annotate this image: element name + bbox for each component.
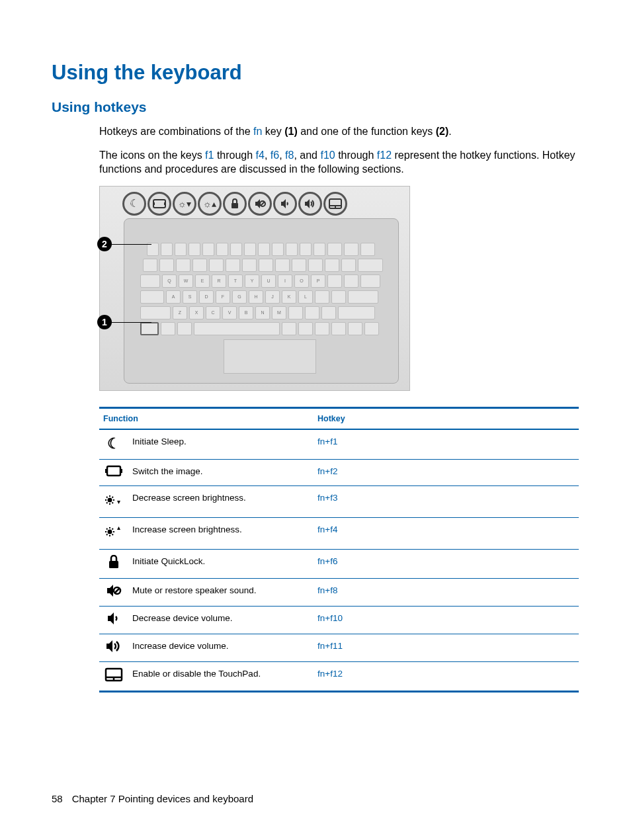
brightness-down-icon: ☼▾ (173, 192, 196, 216)
function-cell: Enable or disable the TouchPad. (128, 661, 314, 691)
bright-up-icon (99, 517, 128, 549)
svg-line-18 (112, 497, 114, 498)
hotkey-cell: fn+f10 (314, 606, 579, 634)
text: and one of the function keys (298, 126, 436, 137)
table-row: Switch the image.fn+f2 (99, 459, 579, 485)
function-cell: Increase device volume. (128, 634, 314, 661)
mute-icon (248, 192, 272, 216)
svg-rect-3 (231, 203, 238, 208)
function-cell: Switch the image. (128, 459, 314, 485)
callout-marker-2: 2 (97, 237, 112, 251)
brightness-up-icon: ☼▴ (198, 192, 222, 216)
chapter-title: Chapter 7 Pointing devices and keyboard (72, 793, 253, 804)
table-row: Enable or disable the TouchPad.fn+f12 (99, 661, 579, 691)
f6-key-text: f6 (271, 149, 279, 161)
touchpad-icon (323, 192, 347, 216)
callout-ref-1: (1) (284, 126, 298, 137)
touchpad-icon (99, 661, 128, 691)
svg-point-21 (108, 529, 112, 534)
page-title: Using the keyboard (52, 61, 579, 85)
callout-line (112, 322, 151, 323)
svg-rect-11 (120, 469, 122, 473)
bright-down-icon (99, 485, 128, 517)
text: through (214, 149, 255, 161)
table-row: Initiate QuickLock.fn+f6 (99, 549, 579, 578)
function-cell: Increase screen brightness. (128, 517, 314, 549)
table-row: Increase screen brightness.fn+f4 (99, 517, 579, 549)
sleep-icon: ☾ (99, 429, 128, 460)
text: , (279, 149, 285, 161)
sleep-icon: ☾ (122, 192, 146, 216)
text: . (448, 126, 451, 137)
section-heading: Using hotkeys (52, 99, 579, 115)
table-header-row: Function Hotkey (99, 407, 579, 429)
function-cell: Decrease device volume. (128, 606, 314, 634)
text: Hotkeys are combinations of the (99, 126, 253, 137)
callout-marker-1: 1 (97, 315, 112, 329)
table-row: Mute or restore speaker sound.fn+f8 (99, 578, 579, 606)
switch-icon (99, 459, 128, 485)
callout-ref-2: (2) (436, 126, 449, 137)
laptop-illustration: QWERTYUIOP ASDFGHJKL ZXCVBNM (124, 218, 399, 384)
f10-key-text: f10 (320, 149, 335, 161)
text: key (262, 126, 284, 137)
text: , and (294, 149, 320, 161)
mute-icon (99, 578, 128, 606)
svg-line-28 (106, 534, 108, 535)
svg-line-20 (112, 502, 114, 503)
vol-down-icon (99, 606, 128, 634)
function-key-icons-row: ☾ ☼▾ ☼▴ (122, 192, 347, 216)
function-cell: Mute or restore speaker sound. (128, 578, 314, 606)
svg-rect-0 (153, 200, 165, 208)
hotkey-cell: fn+f2 (314, 459, 579, 485)
page-number: 58 (52, 793, 63, 804)
page-footer: 58Chapter 7 Pointing devices and keyboar… (52, 793, 253, 804)
f8-key-text: f8 (285, 149, 294, 161)
keyboard-figure: ☾ ☼▾ ☼▴ QWERTYUIOP ASDFGHJKL (99, 186, 410, 391)
svg-rect-1 (153, 202, 155, 205)
svg-rect-2 (164, 202, 166, 205)
f12-key-text: f12 (377, 149, 392, 161)
volume-up-icon (298, 192, 322, 216)
function-cell: Decrease screen brightness. (128, 485, 314, 517)
volume-down-icon (273, 192, 297, 216)
switch-image-icon (147, 192, 171, 216)
svg-rect-10 (105, 469, 108, 473)
svg-line-26 (106, 528, 108, 530)
hotkey-cell: fn+f12 (314, 661, 579, 691)
lock-icon (223, 192, 247, 216)
svg-line-17 (106, 497, 108, 498)
th-hotkey: Hotkey (314, 407, 579, 429)
callout-line (112, 244, 151, 245)
svg-line-27 (112, 528, 114, 530)
f1-key-text: f1 (205, 149, 214, 161)
svg-rect-9 (107, 466, 120, 476)
function-cell: Initiate Sleep. (128, 429, 314, 460)
svg-line-5 (261, 202, 265, 206)
trackpad-illustration (224, 339, 316, 374)
svg-point-12 (108, 497, 112, 502)
table-row: ☾Initiate Sleep.fn+f1 (99, 429, 579, 460)
th-function: Function (99, 407, 314, 429)
hotkey-cell: fn+f4 (314, 517, 579, 549)
hotkey-cell: fn+f3 (314, 485, 579, 517)
table-row: Decrease device volume.fn+f10 (99, 606, 579, 634)
vol-up-icon (99, 634, 128, 661)
svg-line-29 (112, 534, 114, 535)
lock-icon (99, 549, 128, 578)
hotkey-cell: fn+f11 (314, 634, 579, 661)
fn-key-text: fn (253, 126, 262, 137)
hotkey-cell: fn+f1 (314, 429, 579, 460)
intro-paragraph-2: The icons on the keys f1 through f4, f6,… (99, 148, 579, 177)
text: The icons on the keys (99, 149, 205, 161)
hotkey-cell: fn+f8 (314, 578, 579, 606)
text: , (265, 149, 271, 161)
table-row: Decrease screen brightness.fn+f3 (99, 485, 579, 517)
hotkey-cell: fn+f6 (314, 549, 579, 578)
svg-line-19 (106, 502, 108, 503)
f4-key-text: f4 (256, 149, 265, 161)
table-row: Increase device volume.fn+f11 (99, 634, 579, 661)
intro-paragraph-1: Hotkeys are combinations of the fn key (… (99, 124, 579, 139)
svg-rect-30 (109, 561, 118, 568)
text: through (335, 149, 377, 161)
